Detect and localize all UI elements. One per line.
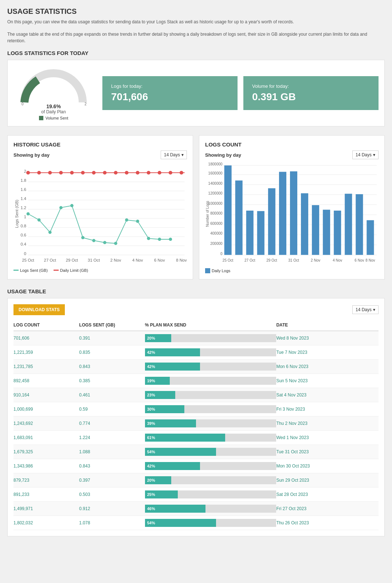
svg-rect-91 (323, 210, 330, 255)
svg-rect-82 (224, 165, 232, 255)
historic-chevron-icon: ▾ (181, 152, 184, 157)
svg-text:0: 0 (24, 251, 26, 256)
table-row: 891,233 0.503 25% Sat 28 Oct 2023 (13, 488, 379, 502)
cell-logcount: 892,458 (13, 378, 79, 383)
cell-logcount: 1,221,359 (13, 350, 79, 355)
table-dropdown[interactable]: 14 Days ▾ (352, 305, 379, 314)
svg-text:8 Nov: 8 Nov (176, 258, 187, 262)
svg-text:Logs Sent (GB): Logs Sent (GB) (15, 200, 19, 228)
logscount-dropdown[interactable]: 14 Days ▾ (352, 150, 379, 159)
cell-date: Sun 5 Nov 2023 (276, 378, 379, 383)
progress-bar-fill: 42% (145, 462, 200, 470)
today-section-title: LOGS STATISTICS FOR TODAY (7, 50, 385, 56)
svg-text:27 Oct: 27 Oct (44, 258, 56, 262)
col-header-logssent: LOGS SENT (GB) (79, 322, 145, 328)
cell-date: Wed 1 Nov 2023 (276, 435, 379, 440)
svg-point-29 (81, 171, 85, 175)
svg-point-48 (125, 218, 128, 222)
cell-logssent: 0.59 (79, 407, 145, 412)
logscount-legend: Daily Logs (205, 268, 379, 273)
table-row: 701,606 0.391 20% Wed 8 Nov 2023 (13, 331, 379, 345)
cell-logssent: 0.774 (79, 421, 145, 426)
svg-rect-83 (235, 180, 243, 255)
logs-today-value: 701,606 (111, 91, 229, 103)
cell-date: Mon 6 Nov 2023 (276, 364, 379, 369)
svg-text:2: 2 (85, 102, 87, 106)
cell-date: Sat 28 Oct 2023 (276, 492, 379, 497)
progress-bar-fill: 46% (145, 505, 205, 513)
cell-logssent: 0.843 (79, 364, 145, 369)
cell-date: Mon 30 Oct 2023 (276, 463, 379, 469)
svg-text:25 Oct: 25 Oct (22, 258, 34, 262)
svg-text:31 Oct: 31 Oct (288, 258, 299, 262)
logscount-chart-header: Showing by day 14 Days ▾ (205, 150, 379, 159)
legend-limit-label: Daily Limit (GB) (60, 268, 88, 273)
svg-rect-93 (345, 194, 352, 255)
table-header-row: LOG COUNT LOGS SENT (GB) % PLAN MAX SEND… (13, 320, 379, 331)
col-header-logcount: LOG COUNT (13, 322, 79, 328)
cell-logcount: 910,164 (13, 392, 79, 398)
historic-chart-box: HISTORIC USAGE Showing by day 14 Days ▾ … (7, 135, 193, 279)
progress-bar-fill: 23% (145, 391, 175, 399)
svg-point-50 (147, 237, 150, 240)
logs-today-label: Logs for today: (111, 83, 229, 89)
today-section: 0 2 19.6% of Daily Plan Volume Sent Logs… (7, 60, 385, 126)
legend-limit: Daily Limit (GB) (54, 268, 88, 273)
cell-logssent: 0.385 (79, 378, 145, 383)
cell-logcount: 891,233 (13, 492, 79, 497)
page-desc-2: The usage table at the end of this page … (7, 31, 385, 44)
cell-date: Fri 3 Nov 2023 (276, 407, 379, 412)
cell-logcount: 1,000,699 (13, 407, 79, 412)
historic-dropdown[interactable]: 14 Days ▾ (161, 150, 187, 159)
svg-rect-85 (257, 211, 264, 255)
svg-point-30 (92, 171, 95, 175)
table-row: 1,000,699 0.59 30% Fri 3 Nov 2023 (13, 402, 379, 416)
svg-rect-95 (366, 220, 374, 255)
table-row: 910,164 0.461 23% Sat 4 Nov 2023 (13, 388, 379, 402)
cell-logcount: 1,802,032 (13, 520, 79, 525)
cell-logssent: 0.835 (79, 350, 145, 355)
svg-rect-84 (246, 211, 254, 255)
svg-text:1.8: 1.8 (20, 178, 26, 183)
cell-logcount: 1,343,986 (13, 463, 79, 469)
svg-text:1400000: 1400000 (208, 181, 223, 185)
progress-bar-bg: 19% (145, 377, 277, 385)
progress-bar-bg: 20% (145, 476, 277, 484)
svg-text:1.2: 1.2 (20, 206, 26, 210)
cell-plan: 46% (145, 505, 277, 513)
cell-plan: 42% (145, 348, 277, 356)
progress-bar-fill: 42% (145, 363, 200, 371)
cell-logssent: 0.461 (79, 392, 145, 398)
svg-text:27 Oct: 27 Oct (244, 258, 255, 262)
svg-text:6 Nov: 6 Nov (154, 258, 165, 262)
svg-text:2 Nov: 2 Nov (311, 258, 320, 262)
download-button[interactable]: DOWNLOAD STATS (13, 304, 65, 315)
svg-point-26 (48, 171, 52, 175)
table-toolbar: DOWNLOAD STATS 14 Days ▾ (13, 304, 379, 315)
svg-point-46 (103, 241, 106, 244)
table-row: 1,343,986 0.843 42% Mon 30 Oct 2023 (13, 459, 379, 473)
cell-date: Tue 31 Oct 2023 (276, 449, 379, 454)
svg-point-27 (59, 171, 63, 175)
svg-point-25 (37, 171, 41, 175)
gauge-legend: Volume Sent (13, 116, 94, 120)
svg-text:1.6: 1.6 (20, 187, 26, 192)
progress-bar-fill: 54% (145, 519, 216, 527)
svg-text:Number of Logs: Number of Logs (205, 201, 209, 227)
svg-point-35 (147, 171, 150, 175)
cell-plan: 23% (145, 391, 277, 399)
cell-date: Thu 26 Oct 2023 (276, 520, 379, 525)
progress-bar-fill: 54% (145, 448, 216, 456)
table-row: 1,683,091 1.224 61% Wed 1 Nov 2023 (13, 431, 379, 445)
logscount-legend-color (205, 268, 210, 273)
svg-rect-89 (301, 193, 308, 255)
table-row: 1,802,032 1.078 54% Thu 26 Oct 2023 (13, 516, 379, 530)
cell-plan: 30% (145, 405, 277, 413)
svg-text:0: 0 (21, 102, 24, 106)
historic-chart-title: Showing by day (13, 152, 50, 158)
svg-rect-88 (290, 171, 297, 255)
cell-date: Sun 29 Oct 2023 (276, 478, 379, 483)
svg-rect-87 (279, 172, 286, 255)
progress-bar-fill: 20% (145, 476, 171, 484)
logscount-section-title: LOGS COUNT (205, 141, 379, 148)
